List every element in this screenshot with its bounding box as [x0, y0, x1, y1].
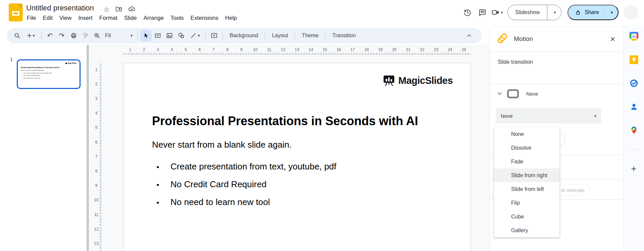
chevron-down-icon: [496, 90, 503, 97]
transition-button[interactable]: Transition: [328, 31, 360, 41]
slide-canvas[interactable]: MagicSlides Professional Presentations i…: [123, 63, 471, 251]
search-menus-icon[interactable]: [11, 30, 23, 41]
ruler-number: 1: [94, 67, 99, 72]
ruler-number: 3: [154, 47, 162, 52]
magicslides-logo[interactable]: MagicSlides: [383, 75, 453, 86]
paint-format-icon[interactable]: [80, 30, 91, 41]
transition-option[interactable]: Gallery: [494, 223, 559, 237]
transition-option[interactable]: None: [494, 127, 559, 141]
slide-bullet-list[interactable]: ● Create presentation from text, youtube…: [156, 158, 336, 211]
side-apps-strip: 31 +: [623, 26, 644, 251]
document-title[interactable]: Untitled presentation: [26, 4, 94, 12]
share-main[interactable]: Share: [568, 5, 604, 19]
zoom-fit-select[interactable]: Fit ▾: [103, 30, 135, 41]
transition-option[interactable]: Dissolve: [494, 141, 559, 155]
menubar-item[interactable]: Edit: [39, 14, 56, 22]
ruler-number: 20: [391, 47, 398, 52]
transition-option[interactable]: Cube: [494, 210, 559, 223]
transition-option[interactable]: Slide from left: [494, 182, 559, 196]
menubar-item[interactable]: View: [56, 14, 75, 22]
transition-option[interactable]: Flip: [494, 196, 559, 210]
theme-button[interactable]: Theme: [298, 31, 323, 41]
menubar-item[interactable]: Tools: [167, 14, 187, 22]
version-history-icon[interactable]: [460, 5, 475, 20]
close-icon[interactable]: ×: [610, 35, 615, 43]
contacts-icon[interactable]: [630, 102, 638, 111]
slideshow-button[interactable]: Slideshow ▾: [507, 5, 561, 20]
text-box-icon[interactable]: [152, 30, 163, 41]
ruler-number: 17: [349, 47, 356, 52]
insert-shape-icon[interactable]: [176, 30, 187, 41]
ruler-number: 2: [140, 47, 148, 52]
calendar-icon[interactable]: 31: [630, 32, 638, 41]
star-icon[interactable]: ☆: [103, 6, 110, 13]
slideshow-label: Slideshow: [508, 9, 547, 15]
menubar-item[interactable]: Slide: [121, 14, 140, 22]
menubar-item[interactable]: Insert: [75, 14, 96, 22]
ruler-number: 21: [405, 47, 412, 52]
ruler-number: 6: [94, 140, 99, 145]
slides-app-logo[interactable]: [9, 3, 23, 21]
transition-expander-row[interactable]: None: [490, 86, 623, 101]
slideshow-options-arrow[interactable]: ▾: [547, 5, 561, 20]
add-apps-icon[interactable]: +: [631, 164, 637, 173]
redo-icon[interactable]: ↷: [56, 30, 67, 41]
hide-menus-chevron-icon[interactable]: [463, 30, 475, 41]
transition-type-select[interactable]: None ▾: [496, 108, 601, 123]
keep-icon[interactable]: [630, 55, 638, 64]
meet-dropdown-arrow[interactable]: ▾: [501, 10, 503, 15]
layout-button[interactable]: Layout: [268, 31, 292, 41]
transition-option[interactable]: Fade: [494, 155, 559, 168]
cloud-status-icon[interactable]: [128, 5, 136, 14]
select-tool-icon[interactable]: [140, 30, 152, 41]
toolbar-separator: [265, 32, 265, 40]
menubar-item[interactable]: Help: [222, 14, 240, 22]
google-slides-app: Untitled presentation ☆ File Edit View I…: [0, 0, 644, 251]
ruler-number: 1: [127, 47, 134, 52]
meet-button[interactable]: ▾: [491, 8, 503, 17]
ruler-number: 18: [363, 47, 370, 52]
tasks-icon[interactable]: [630, 79, 638, 88]
insert-line-icon[interactable]: ▾: [187, 30, 203, 41]
ruler-number: 12: [94, 227, 99, 232]
print-icon[interactable]: [68, 30, 79, 41]
undo-icon[interactable]: ↶: [44, 30, 56, 41]
slide-subtitle[interactable]: Never start from a blank slide again.: [152, 140, 292, 150]
maps-icon[interactable]: [630, 126, 638, 135]
comments-icon[interactable]: [475, 5, 490, 20]
background-button[interactable]: Background: [226, 31, 262, 41]
menubar-item[interactable]: Arrange: [140, 14, 167, 22]
filmstrip-scrollbar[interactable]: [87, 45, 89, 251]
transition-expander-value: None: [526, 91, 538, 97]
vertical-ruler: 1 2 3 4 5 6 7 8 9 10 11 12 13: [94, 63, 101, 251]
insert-image-icon[interactable]: [164, 30, 175, 41]
slide-bullet[interactable]: ● Create presentation from text, youtube…: [156, 158, 336, 175]
ruler-number: 24: [446, 47, 454, 52]
ruler-number: 11: [265, 47, 273, 52]
thumbnail-logo-text: MagicSlides: [68, 62, 77, 64]
slide-bullet[interactable]: ● No Credit Card Required: [156, 175, 336, 193]
slide-bullet[interactable]: ● No need to learn new tool: [156, 193, 336, 211]
logo-inner-rect: [12, 11, 19, 16]
ruler-number: 8: [224, 47, 231, 52]
transition-option[interactable]: Slide from right: [494, 168, 559, 182]
share-dropdown-arrow[interactable]: ▾: [604, 5, 618, 19]
menubar-item[interactable]: File: [23, 14, 39, 22]
slide-thumbnail[interactable]: MagicSlides Professional Presentations i…: [17, 59, 81, 89]
zoom-icon[interactable]: [91, 30, 103, 41]
line-dropdown-arrow: ▾: [198, 33, 200, 38]
move-folder-icon[interactable]: [115, 5, 122, 14]
account-avatar[interactable]: [624, 5, 638, 19]
ruler-number: 9: [238, 47, 245, 52]
menubar-item[interactable]: Format: [96, 14, 121, 22]
new-slide-button[interactable]: +▾: [23, 30, 39, 41]
thumbnail-title: Professional Presentations in Seconds wi…: [21, 66, 77, 68]
slide-title[interactable]: Professional Presentations in Seconds wi…: [152, 114, 418, 128]
menubar-item[interactable]: Extensions: [187, 14, 222, 22]
ruler-number: 23: [432, 47, 440, 52]
share-button[interactable]: Share ▾: [567, 5, 618, 20]
insert-placeholder-icon[interactable]: [208, 30, 220, 41]
thumbnail-logo: MagicSlides: [21, 62, 77, 64]
transition-select-value: None: [501, 113, 513, 119]
toolbar-separator: [205, 32, 206, 40]
